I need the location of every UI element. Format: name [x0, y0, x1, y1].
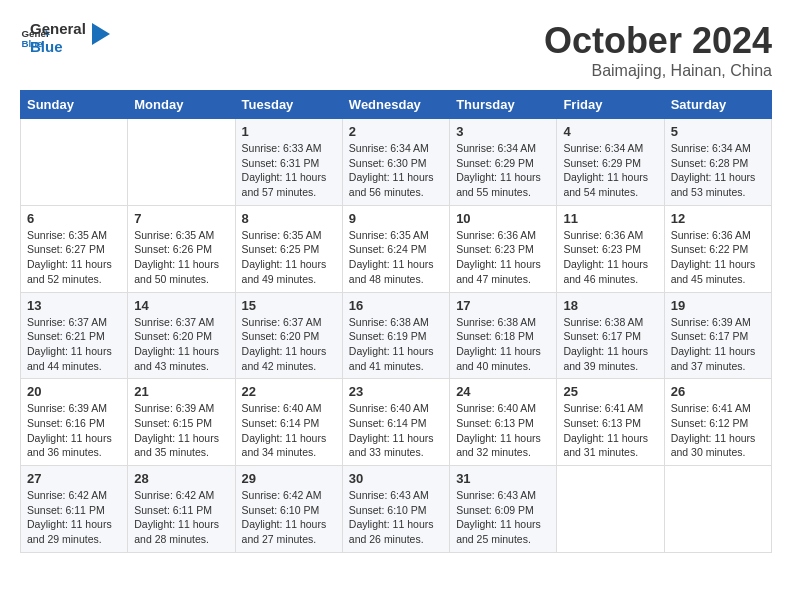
day-number: 14: [134, 298, 228, 313]
weekday-header-thursday: Thursday: [450, 91, 557, 119]
calendar-cell: 25Sunrise: 6:41 AM Sunset: 6:13 PM Dayli…: [557, 379, 664, 466]
logo-arrow-icon: [92, 23, 110, 45]
calendar-cell: 28Sunrise: 6:42 AM Sunset: 6:11 PM Dayli…: [128, 466, 235, 553]
day-number: 17: [456, 298, 550, 313]
day-info: Sunrise: 6:39 AM Sunset: 6:16 PM Dayligh…: [27, 401, 121, 460]
calendar-cell: 24Sunrise: 6:40 AM Sunset: 6:13 PM Dayli…: [450, 379, 557, 466]
calendar-cell: [128, 119, 235, 206]
day-number: 26: [671, 384, 765, 399]
day-info: Sunrise: 6:41 AM Sunset: 6:13 PM Dayligh…: [563, 401, 657, 460]
day-number: 30: [349, 471, 443, 486]
calendar-cell: 26Sunrise: 6:41 AM Sunset: 6:12 PM Dayli…: [664, 379, 771, 466]
day-number: 16: [349, 298, 443, 313]
calendar-cell: 31Sunrise: 6:43 AM Sunset: 6:09 PM Dayli…: [450, 466, 557, 553]
calendar-cell: 21Sunrise: 6:39 AM Sunset: 6:15 PM Dayli…: [128, 379, 235, 466]
page-header: General Blue General Blue October 2024 B…: [20, 20, 772, 80]
calendar-week-row: 13Sunrise: 6:37 AM Sunset: 6:21 PM Dayli…: [21, 292, 772, 379]
calendar-cell: 30Sunrise: 6:43 AM Sunset: 6:10 PM Dayli…: [342, 466, 449, 553]
weekday-header-saturday: Saturday: [664, 91, 771, 119]
calendar-cell: 7Sunrise: 6:35 AM Sunset: 6:26 PM Daylig…: [128, 205, 235, 292]
day-info: Sunrise: 6:35 AM Sunset: 6:26 PM Dayligh…: [134, 228, 228, 287]
day-info: Sunrise: 6:34 AM Sunset: 6:29 PM Dayligh…: [456, 141, 550, 200]
day-info: Sunrise: 6:36 AM Sunset: 6:23 PM Dayligh…: [456, 228, 550, 287]
day-number: 21: [134, 384, 228, 399]
day-number: 10: [456, 211, 550, 226]
day-info: Sunrise: 6:39 AM Sunset: 6:15 PM Dayligh…: [134, 401, 228, 460]
day-info: Sunrise: 6:38 AM Sunset: 6:17 PM Dayligh…: [563, 315, 657, 374]
weekday-header-sunday: Sunday: [21, 91, 128, 119]
calendar-cell: 19Sunrise: 6:39 AM Sunset: 6:17 PM Dayli…: [664, 292, 771, 379]
day-number: 12: [671, 211, 765, 226]
day-number: 7: [134, 211, 228, 226]
day-info: Sunrise: 6:38 AM Sunset: 6:18 PM Dayligh…: [456, 315, 550, 374]
day-info: Sunrise: 6:43 AM Sunset: 6:10 PM Dayligh…: [349, 488, 443, 547]
day-info: Sunrise: 6:41 AM Sunset: 6:12 PM Dayligh…: [671, 401, 765, 460]
svg-marker-3: [92, 23, 110, 45]
day-info: Sunrise: 6:34 AM Sunset: 6:28 PM Dayligh…: [671, 141, 765, 200]
day-number: 18: [563, 298, 657, 313]
day-info: Sunrise: 6:39 AM Sunset: 6:17 PM Dayligh…: [671, 315, 765, 374]
logo: General Blue General Blue: [20, 20, 110, 56]
day-info: Sunrise: 6:37 AM Sunset: 6:21 PM Dayligh…: [27, 315, 121, 374]
calendar-cell: 3Sunrise: 6:34 AM Sunset: 6:29 PM Daylig…: [450, 119, 557, 206]
day-info: Sunrise: 6:33 AM Sunset: 6:31 PM Dayligh…: [242, 141, 336, 200]
day-number: 24: [456, 384, 550, 399]
day-info: Sunrise: 6:34 AM Sunset: 6:30 PM Dayligh…: [349, 141, 443, 200]
day-number: 5: [671, 124, 765, 139]
day-info: Sunrise: 6:40 AM Sunset: 6:13 PM Dayligh…: [456, 401, 550, 460]
day-info: Sunrise: 6:35 AM Sunset: 6:24 PM Dayligh…: [349, 228, 443, 287]
day-info: Sunrise: 6:42 AM Sunset: 6:10 PM Dayligh…: [242, 488, 336, 547]
calendar-cell: 15Sunrise: 6:37 AM Sunset: 6:20 PM Dayli…: [235, 292, 342, 379]
calendar-cell: 2Sunrise: 6:34 AM Sunset: 6:30 PM Daylig…: [342, 119, 449, 206]
calendar-cell: 11Sunrise: 6:36 AM Sunset: 6:23 PM Dayli…: [557, 205, 664, 292]
calendar-cell: 16Sunrise: 6:38 AM Sunset: 6:19 PM Dayli…: [342, 292, 449, 379]
day-number: 15: [242, 298, 336, 313]
day-number: 23: [349, 384, 443, 399]
day-number: 31: [456, 471, 550, 486]
calendar-cell: 10Sunrise: 6:36 AM Sunset: 6:23 PM Dayli…: [450, 205, 557, 292]
day-number: 29: [242, 471, 336, 486]
day-info: Sunrise: 6:35 AM Sunset: 6:27 PM Dayligh…: [27, 228, 121, 287]
day-info: Sunrise: 6:42 AM Sunset: 6:11 PM Dayligh…: [134, 488, 228, 547]
calendar-cell: 29Sunrise: 6:42 AM Sunset: 6:10 PM Dayli…: [235, 466, 342, 553]
day-number: 20: [27, 384, 121, 399]
day-info: Sunrise: 6:42 AM Sunset: 6:11 PM Dayligh…: [27, 488, 121, 547]
calendar-cell: [21, 119, 128, 206]
calendar-cell: 27Sunrise: 6:42 AM Sunset: 6:11 PM Dayli…: [21, 466, 128, 553]
weekday-header-monday: Monday: [128, 91, 235, 119]
day-info: Sunrise: 6:36 AM Sunset: 6:22 PM Dayligh…: [671, 228, 765, 287]
day-info: Sunrise: 6:35 AM Sunset: 6:25 PM Dayligh…: [242, 228, 336, 287]
calendar-week-row: 1Sunrise: 6:33 AM Sunset: 6:31 PM Daylig…: [21, 119, 772, 206]
day-number: 4: [563, 124, 657, 139]
day-number: 9: [349, 211, 443, 226]
day-info: Sunrise: 6:36 AM Sunset: 6:23 PM Dayligh…: [563, 228, 657, 287]
calendar-cell: 9Sunrise: 6:35 AM Sunset: 6:24 PM Daylig…: [342, 205, 449, 292]
day-number: 19: [671, 298, 765, 313]
weekday-header-tuesday: Tuesday: [235, 91, 342, 119]
day-number: 13: [27, 298, 121, 313]
calendar-cell: 14Sunrise: 6:37 AM Sunset: 6:20 PM Dayli…: [128, 292, 235, 379]
calendar-cell: 23Sunrise: 6:40 AM Sunset: 6:14 PM Dayli…: [342, 379, 449, 466]
day-info: Sunrise: 6:43 AM Sunset: 6:09 PM Dayligh…: [456, 488, 550, 547]
calendar-table: SundayMondayTuesdayWednesdayThursdayFrid…: [20, 90, 772, 553]
calendar-cell: 18Sunrise: 6:38 AM Sunset: 6:17 PM Dayli…: [557, 292, 664, 379]
calendar-cell: 1Sunrise: 6:33 AM Sunset: 6:31 PM Daylig…: [235, 119, 342, 206]
calendar-week-row: 27Sunrise: 6:42 AM Sunset: 6:11 PM Dayli…: [21, 466, 772, 553]
calendar-header-row: SundayMondayTuesdayWednesdayThursdayFrid…: [21, 91, 772, 119]
day-info: Sunrise: 6:40 AM Sunset: 6:14 PM Dayligh…: [242, 401, 336, 460]
day-number: 8: [242, 211, 336, 226]
day-info: Sunrise: 6:34 AM Sunset: 6:29 PM Dayligh…: [563, 141, 657, 200]
calendar-cell: 17Sunrise: 6:38 AM Sunset: 6:18 PM Dayli…: [450, 292, 557, 379]
calendar-cell: 20Sunrise: 6:39 AM Sunset: 6:16 PM Dayli…: [21, 379, 128, 466]
calendar-cell: 4Sunrise: 6:34 AM Sunset: 6:29 PM Daylig…: [557, 119, 664, 206]
calendar-cell: 5Sunrise: 6:34 AM Sunset: 6:28 PM Daylig…: [664, 119, 771, 206]
month-title: October 2024: [544, 20, 772, 62]
day-number: 6: [27, 211, 121, 226]
day-number: 25: [563, 384, 657, 399]
day-number: 3: [456, 124, 550, 139]
calendar-cell: 22Sunrise: 6:40 AM Sunset: 6:14 PM Dayli…: [235, 379, 342, 466]
calendar-cell: 13Sunrise: 6:37 AM Sunset: 6:21 PM Dayli…: [21, 292, 128, 379]
title-area: October 2024 Baimajing, Hainan, China: [544, 20, 772, 80]
calendar-cell: 12Sunrise: 6:36 AM Sunset: 6:22 PM Dayli…: [664, 205, 771, 292]
day-number: 11: [563, 211, 657, 226]
